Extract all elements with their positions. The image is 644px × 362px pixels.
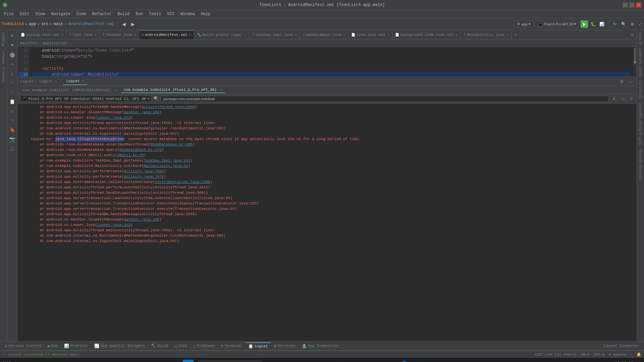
cursor-position[interactable]: 1337:143 (31 chars) bbox=[535, 353, 577, 357]
editor-scrollbar[interactable] bbox=[633, 48, 637, 76]
tab-close-icon[interactable]: ✕ bbox=[61, 33, 63, 37]
tab-androidmanifest-xml[interactable]: A AndroidManifest.xml ✕ bbox=[139, 30, 194, 39]
link-mainactivity[interactable]: MainActivity.java:22 bbox=[144, 163, 188, 169]
bookmarks-icon[interactable]: ⚑ bbox=[8, 41, 17, 50]
vcs-push-icon[interactable]: ↑ bbox=[630, 353, 633, 357]
android-studio-taskbar-icon[interactable]: 🤖 bbox=[279, 360, 290, 362]
version-control-tab[interactable]: ⚙ Version Control bbox=[2, 343, 44, 350]
tab-task-java[interactable]: J Task.java ✕ bbox=[66, 30, 99, 39]
folder-taskbar-icon[interactable]: 📁 bbox=[306, 360, 317, 362]
tab-taskdao-impl[interactable]: J TaskDao_Impl.java ✕ bbox=[249, 30, 300, 39]
encoding[interactable]: UTF-8 bbox=[594, 353, 605, 357]
diff-merge-tab[interactable]: Diff & Merge Explorer bbox=[638, 101, 643, 147]
more-tabs-button[interactable]: ≫ bbox=[629, 31, 636, 39]
shield-taskbar-icon[interactable]: 🛡 bbox=[346, 360, 357, 362]
logcat-filter-input[interactable] bbox=[161, 96, 609, 102]
blue-circle-icon[interactable]: B bbox=[400, 361, 408, 362]
build-tab[interactable]: 🔨 Build bbox=[148, 343, 171, 350]
logcat-settings-button[interactable]: ⚙ bbox=[618, 78, 625, 85]
tab-close-icon[interactable]: ✕ bbox=[134, 33, 136, 37]
tab-close-icon[interactable]: ✕ bbox=[295, 33, 297, 37]
logcat-minimize-button[interactable]: — bbox=[627, 78, 634, 85]
profiler-tab[interactable]: 📊 Profiler bbox=[61, 343, 91, 350]
build-variants-tab[interactable]: Build Variants bbox=[638, 46, 643, 78]
step-into-icon[interactable]: ↴ bbox=[8, 69, 17, 78]
link-dbutil[interactable]: DBUtil.kt:75 bbox=[117, 153, 144, 158]
email-taskbar-icon[interactable]: 📧 bbox=[387, 360, 397, 362]
log-content[interactable]: at android.app.ActivityThread$H.handleMe… bbox=[17, 104, 637, 341]
package-tab-1[interactable]: com.example.todolist4 (3RP4C18411003149)… bbox=[20, 87, 120, 93]
music-taskbar-icon[interactable]: 🎵 bbox=[411, 360, 422, 362]
layout-inspector-tab[interactable]: Layout Inspector bbox=[601, 343, 642, 349]
link-activity1[interactable]: Activity.java:7994 bbox=[124, 169, 164, 174]
device-selector[interactable]: 📱 Pixel 6 Pro API 30 (emulator-5554) And… bbox=[20, 96, 152, 102]
filter-help-button[interactable]: ? bbox=[629, 96, 634, 102]
settings-taskbar-icon[interactable]: ⚙ bbox=[360, 360, 371, 362]
tab-close-icon[interactable]: ✕ bbox=[189, 33, 191, 37]
app-quality-tab[interactable]: 📈 App Quality Insights bbox=[92, 343, 148, 350]
link-handler2[interactable]: Handler.java:106 bbox=[124, 217, 159, 222]
project-panel-tab[interactable]: Project bbox=[1, 30, 6, 48]
minimize-button[interactable]: ─ bbox=[623, 2, 628, 8]
logcat-tab-2[interactable]: Logcat ✕ bbox=[63, 78, 87, 85]
menu-build[interactable]: Build bbox=[115, 11, 132, 17]
structure-tab[interactable]: Structure bbox=[638, 78, 643, 101]
browser-taskbar-icon[interactable] bbox=[293, 360, 304, 362]
play-taskbar-icon[interactable]: ▶ bbox=[424, 360, 435, 362]
bookmark-icon2[interactable]: 🔖 bbox=[8, 125, 17, 134]
menu-vcs[interactable]: VCS bbox=[164, 11, 177, 17]
logcat-tab-1[interactable]: Logcat ✕ bbox=[36, 78, 60, 85]
link-taskdao-impl[interactable]: TaskDao_Impl.java:151 bbox=[144, 158, 191, 163]
terminal-tab[interactable]: ⌨ Terminal bbox=[218, 343, 245, 350]
tab-taskdao-java[interactable]: J TaskDao.java ✕ bbox=[100, 30, 139, 39]
menu-navigate[interactable]: Navigate bbox=[48, 11, 73, 17]
chrome-taskbar-icon[interactable] bbox=[320, 360, 330, 362]
search-button[interactable]: 🔍 bbox=[620, 20, 627, 28]
tab-appdatabase[interactable]: J AppDataBase.java ✕ bbox=[300, 30, 348, 39]
logcat-bottom-tab[interactable]: 📋 Logcat bbox=[246, 342, 271, 350]
windows-start-button[interactable] bbox=[183, 360, 194, 362]
menu-view[interactable]: View bbox=[33, 11, 48, 17]
menu-help[interactable]: Help bbox=[198, 11, 213, 17]
link-handler[interactable]: Handler.java:106 bbox=[124, 110, 159, 115]
menu-code[interactable]: Code bbox=[74, 11, 89, 17]
logcat-icon[interactable]: 📋 bbox=[8, 97, 17, 106]
link-roomdb2[interactable]: RoomDatabase.kt:476 bbox=[119, 147, 161, 153]
tab-build-gradle[interactable]: 🔧 build.gradle (app) ✕ bbox=[194, 30, 249, 39]
running-devices-tab[interactable]: Running Devices bbox=[638, 147, 643, 181]
link-looper[interactable]: Looper.java:223 bbox=[97, 115, 130, 120]
device-selector[interactable]: 📱 Pixel 6 Pro API 30 ▾ bbox=[535, 20, 580, 27]
structure-icon[interactable]: ≡ bbox=[8, 32, 17, 40]
link-activity2[interactable]: Activity.java:7978 bbox=[124, 174, 164, 179]
code-editor[interactable]: 12 13 14 15 16 android:theme="@style/The… bbox=[17, 47, 637, 76]
resume-icon[interactable]: ↓ bbox=[8, 88, 17, 97]
debug-button[interactable]: 🐛 bbox=[589, 20, 597, 28]
filter-clear-button[interactable]: ✕ bbox=[611, 96, 618, 102]
sync-button[interactable]: ↻ bbox=[611, 20, 619, 28]
menu-edit[interactable]: Edit bbox=[17, 11, 32, 17]
services-tab[interactable]: ⚙ Services bbox=[271, 343, 298, 350]
firefox-taskbar-icon[interactable]: 🦊 bbox=[333, 360, 344, 362]
todo-tab[interactable]: ☑ TODO bbox=[172, 343, 190, 350]
gradle-tab[interactable]: Gradle bbox=[638, 30, 643, 46]
application-breadcrumb[interactable]: application bbox=[43, 41, 67, 45]
notification-icon[interactable]: 🔔 bbox=[637, 352, 641, 357]
filter-star-button[interactable]: ☆ bbox=[620, 96, 627, 102]
run-tab[interactable]: ▶ Run bbox=[45, 343, 61, 350]
tab-close-icon[interactable]: ✕ bbox=[244, 33, 246, 37]
tab-background-item[interactable]: 📄 background_item_task.xml ✕ bbox=[392, 30, 461, 39]
add-tab-button[interactable]: + bbox=[512, 31, 520, 39]
tab-close-icon[interactable]: ✕ bbox=[95, 33, 97, 37]
menu-file[interactable]: File bbox=[1, 11, 16, 17]
time-widget[interactable]: 12:32 AM 6/15/2023 bbox=[613, 361, 633, 362]
package-tab-close-1[interactable]: ✕ bbox=[115, 88, 117, 92]
line-ending[interactable]: CRLF bbox=[581, 353, 589, 357]
task-view-button[interactable]: ⧉ bbox=[266, 360, 277, 362]
tab-close-icon[interactable]: ✕ bbox=[343, 33, 345, 37]
problems-tab[interactable]: ⚠ Problems bbox=[191, 343, 217, 350]
tab-close-icon[interactable]: ✕ bbox=[387, 33, 389, 37]
indent[interactable]: 4 spaces bbox=[609, 353, 627, 357]
video-icon[interactable]: 🎥 bbox=[8, 144, 17, 153]
link-activitythread[interactable]: ActivityThread.java:2066 bbox=[142, 104, 195, 110]
menu-tools[interactable]: Tools bbox=[146, 11, 164, 17]
